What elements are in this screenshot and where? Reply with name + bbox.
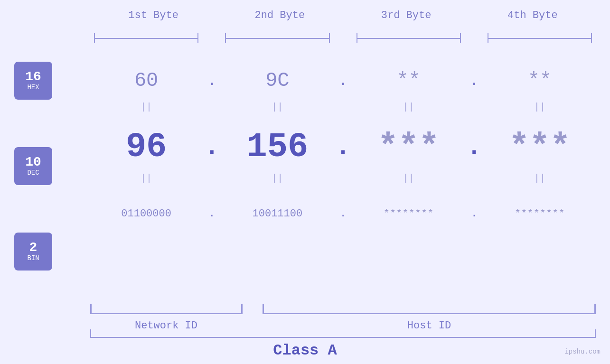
dot-bin-2: . xyxy=(334,208,353,220)
eq2-1: || xyxy=(90,173,202,184)
bin-byte1: 01100000 xyxy=(90,208,202,220)
eq2-2: || xyxy=(221,173,333,184)
dec-byte1: 96 xyxy=(90,128,202,167)
dot-dec-2: . xyxy=(334,134,353,161)
dec-number: 10 xyxy=(25,156,41,169)
base-badges: 16 HEX 10 DEC 2 BIN xyxy=(14,62,52,271)
eq2-3: || xyxy=(353,173,465,184)
hex-text: HEX xyxy=(27,84,39,92)
bin-row: 01100000 . 10011100 . ******** . *******… xyxy=(90,195,596,233)
dec-byte4: *** xyxy=(484,128,596,167)
bracket-2 xyxy=(225,33,329,43)
byte-label-4: 4th Byte xyxy=(469,9,596,21)
dot-dec-1: . xyxy=(202,134,221,161)
bin-byte3: ******** xyxy=(353,208,465,220)
network-id-label: Network ID xyxy=(90,320,242,332)
dec-byte2: 156 xyxy=(221,128,333,167)
bin-byte2: 10011100 xyxy=(221,208,333,220)
eq1-3: || xyxy=(353,102,465,112)
data-rows: 60 . 9C . ** . ** || || || || 96 . 156 .… xyxy=(90,45,596,233)
dot-hex-2: . xyxy=(334,72,353,90)
dot-bin-1: . xyxy=(202,208,221,220)
bin-badge: 2 BIN xyxy=(14,233,52,271)
hex-number: 16 xyxy=(25,70,41,84)
bin-byte4: ******** xyxy=(484,208,596,220)
class-label: Class A xyxy=(0,342,610,359)
host-id-label: Host ID xyxy=(263,320,596,332)
hex-byte1: 60 xyxy=(90,69,202,92)
dot-bin-3: . xyxy=(465,208,484,220)
dot-hex-3: . xyxy=(465,72,484,90)
hex-row: 60 . 9C . ** . ** xyxy=(90,62,596,100)
top-brackets xyxy=(90,33,596,43)
dot-dec-3: . xyxy=(465,134,484,161)
class-bracket-left xyxy=(90,329,91,338)
eq1-1: || xyxy=(90,102,202,112)
eq1-4: || xyxy=(484,102,596,112)
eq2-4: || xyxy=(484,173,596,184)
eq1-2: || xyxy=(221,102,333,112)
dot-hex-1: . xyxy=(202,72,221,90)
equals-row-2: || || || || xyxy=(90,171,596,185)
main-container: 1st Byte 2nd Byte 3rd Byte 4th Byte xyxy=(0,0,610,364)
network-bracket-right xyxy=(241,304,243,314)
hex-byte2: 9C xyxy=(221,69,333,92)
hex-byte4: ** xyxy=(484,69,596,92)
host-bracket-left xyxy=(263,304,264,314)
byte-label-1: 1st Byte xyxy=(90,9,216,21)
dec-byte3: *** xyxy=(353,128,465,167)
dec-row: 96 . 156 . *** . *** xyxy=(90,123,596,171)
hex-byte3: ** xyxy=(353,69,465,92)
class-bracket-line xyxy=(90,337,596,338)
host-bracket-right xyxy=(594,304,596,314)
network-bracket-left xyxy=(90,304,92,314)
network-bracket-line xyxy=(90,313,242,314)
byte-label-3: 3rd Byte xyxy=(343,9,469,21)
dec-badge: 10 DEC xyxy=(14,147,52,185)
bin-number: 2 xyxy=(29,241,38,254)
watermark: ipshu.com xyxy=(564,348,601,355)
hex-badge: 16 HEX xyxy=(14,62,52,100)
bracket-4 xyxy=(488,33,592,43)
dec-text: DEC xyxy=(27,169,39,177)
byte-labels-row: 1st Byte 2nd Byte 3rd Byte 4th Byte xyxy=(90,9,596,21)
class-bracket-right xyxy=(595,329,596,338)
bracket-3 xyxy=(357,33,461,43)
equals-row-1: || || || || xyxy=(90,100,596,114)
bin-text: BIN xyxy=(27,254,39,262)
byte-label-2: 2nd Byte xyxy=(216,9,343,21)
host-bracket-line xyxy=(263,313,596,314)
bracket-1 xyxy=(94,33,198,43)
